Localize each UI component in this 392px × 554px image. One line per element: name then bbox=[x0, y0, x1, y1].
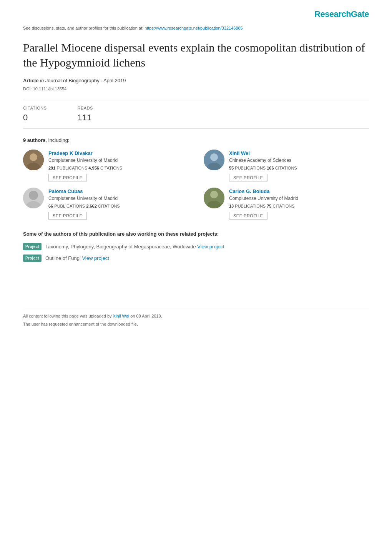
footer-author-link[interactable]: Xinli Wei bbox=[113, 314, 130, 318]
avatar-boluda bbox=[204, 188, 224, 208]
citations-stat: CITATIONS 0 bbox=[23, 105, 47, 124]
project-text-1: Taxonomy, Phylogeny, Biogeography of Meg… bbox=[45, 243, 224, 251]
footer-line-1: All content following this page was uplo… bbox=[23, 313, 369, 319]
author-info-divakar: Pradeep K Divakar Complutense University… bbox=[48, 150, 122, 181]
see-profile-cubas[interactable]: SEE PROFILE bbox=[48, 212, 87, 220]
author-name-wei[interactable]: Xinli Wei bbox=[229, 150, 250, 156]
svg-point-10 bbox=[210, 191, 218, 198]
page-wrapper: ResearchGate See discussions, stats, and… bbox=[0, 0, 392, 352]
publication-link[interactable]: https://www.researchgate.net/publication… bbox=[145, 26, 243, 30]
footer-line-2: The user has requested enhancement of th… bbox=[23, 321, 369, 328]
author-card-wei: Xinli Wei Chinese Academy of Sciences 55… bbox=[204, 150, 369, 181]
avatar-cubas bbox=[23, 188, 44, 208]
authors-heading: 9 authors, including: bbox=[23, 136, 369, 144]
reads-stat: READS 111 bbox=[78, 105, 93, 124]
brand-logo: ResearchGate bbox=[314, 8, 369, 20]
article-doi: DOI: 10.1111/jbi.13554 bbox=[23, 86, 369, 92]
page-footer: All content following this page was uplo… bbox=[23, 308, 369, 327]
author-stats-boluda: 13 PUBLICATIONS 75 CITATIONS bbox=[229, 203, 298, 210]
svg-point-1 bbox=[30, 153, 37, 161]
project-item-2: Project Outline of Fungi View project bbox=[23, 255, 369, 262]
project-text-2: Outline of Fungi View project bbox=[45, 255, 109, 262]
avatar-image-cubas bbox=[23, 188, 44, 208]
author-info-boluda: Carlos G. Boluda Complutense University … bbox=[229, 188, 298, 220]
author-name-boluda[interactable]: Carlos G. Boluda bbox=[229, 188, 269, 194]
top-notice: See discussions, stats, and author profi… bbox=[23, 25, 369, 32]
avatar-divakar bbox=[23, 150, 44, 170]
avatar-image-divakar bbox=[23, 150, 44, 170]
author-name-divakar[interactable]: Pradeep K Divakar bbox=[48, 150, 93, 156]
author-affiliation-wei: Chinese Academy of Sciences bbox=[229, 157, 297, 164]
project-badge-1: Project bbox=[23, 243, 42, 250]
author-affiliation-boluda: Complutense University of Madrid bbox=[229, 195, 298, 202]
svg-point-7 bbox=[29, 191, 38, 200]
author-info-cubas: Paloma Cubas Complutense University of M… bbox=[48, 188, 120, 220]
stats-row: CITATIONS 0 READS 111 bbox=[23, 105, 369, 124]
author-affiliation-divakar: Complutense University of Madrid bbox=[48, 157, 122, 164]
author-stats-divakar: 291 PUBLICATIONS 4,956 CITATIONS bbox=[48, 165, 122, 171]
author-info-wei: Xinli Wei Chinese Academy of Sciences 55… bbox=[229, 150, 297, 181]
author-card-divakar: Pradeep K Divakar Complutense University… bbox=[23, 150, 188, 181]
project-badge-2: Project bbox=[23, 255, 42, 262]
stats-divider-bottom bbox=[23, 128, 369, 129]
author-stats-cubas: 66 PUBLICATIONS 2,662 CITATIONS bbox=[48, 203, 120, 210]
project-item-1: Project Taxonomy, Phylogeny, Biogeograph… bbox=[23, 243, 369, 251]
avatar-image-wei bbox=[204, 150, 224, 170]
author-stats-wei: 55 PUBLICATIONS 166 CITATIONS bbox=[229, 165, 297, 171]
author-card-boluda: Carlos G. Boluda Complutense University … bbox=[204, 188, 369, 220]
stats-divider-top bbox=[23, 100, 369, 100]
author-name-cubas[interactable]: Paloma Cubas bbox=[48, 188, 83, 194]
see-profile-divakar[interactable]: SEE PROFILE bbox=[48, 174, 87, 181]
see-profile-wei[interactable]: SEE PROFILE bbox=[229, 174, 267, 181]
author-card-cubas: Paloma Cubas Complutense University of M… bbox=[23, 188, 188, 220]
article-meta: Article in Journal of Biogeography · Apr… bbox=[23, 77, 369, 85]
project-link-2[interactable]: View project bbox=[82, 255, 109, 261]
authors-grid: Pradeep K Divakar Complutense University… bbox=[23, 150, 369, 220]
article-title: Parallel Miocene dispersal events explai… bbox=[23, 40, 369, 70]
avatar-image-boluda bbox=[204, 188, 224, 208]
project-link-1[interactable]: View project bbox=[197, 244, 224, 250]
svg-point-4 bbox=[210, 153, 218, 161]
related-projects-heading: Some of the authors of this publication … bbox=[23, 230, 369, 238]
see-profile-boluda[interactable]: SEE PROFILE bbox=[229, 212, 267, 220]
author-affiliation-cubas: Complutense University of Madrid bbox=[48, 195, 120, 202]
avatar-wei bbox=[204, 150, 224, 170]
top-bar: ResearchGate bbox=[23, 8, 369, 20]
